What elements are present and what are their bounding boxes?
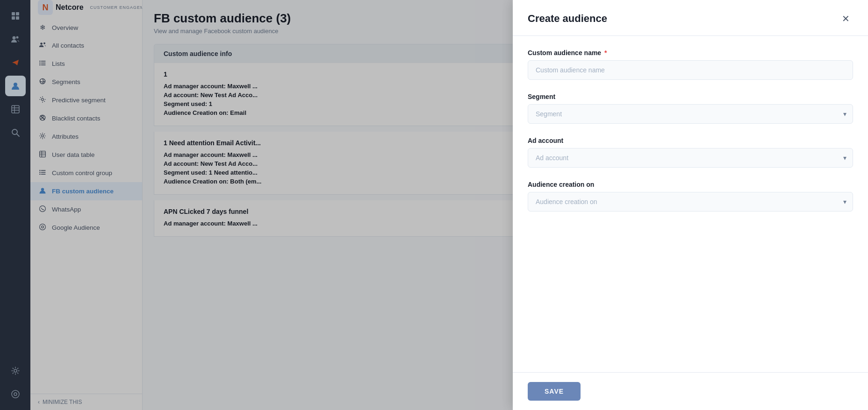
audience-creation-label-field: Audience creation on: [528, 181, 853, 188]
segment-label: Segment: [528, 93, 853, 100]
audience-creation-select-wrapper: Audience creation on ▾: [528, 192, 853, 212]
segment-group: Segment Segment ▾: [528, 93, 853, 124]
ad-account-select[interactable]: Ad account: [528, 148, 853, 168]
audience-name-label: Custom audience name *: [528, 49, 853, 57]
drawer-title: Create audience: [528, 13, 607, 25]
drawer-header: Create audience ✕: [513, 0, 868, 36]
drawer-close-button[interactable]: ✕: [838, 11, 853, 26]
audience-name-input[interactable]: [528, 60, 853, 80]
audience-name-group: Custom audience name *: [528, 49, 853, 80]
ad-account-group: Ad account Ad account ▾: [528, 137, 853, 168]
segment-select-wrapper: Segment ▾: [528, 104, 853, 124]
ad-account-select-wrapper: Ad account ▾: [528, 148, 853, 168]
drawer-body: Custom audience name * Segment Segment ▾…: [513, 36, 868, 372]
audience-creation-group: Audience creation on Audience creation o…: [528, 181, 853, 212]
save-button[interactable]: SAVE: [528, 382, 581, 401]
audience-creation-select[interactable]: Audience creation on: [528, 192, 853, 212]
create-audience-drawer: Create audience ✕ Custom audience name *…: [513, 0, 868, 410]
drawer-footer: SAVE: [513, 372, 868, 410]
close-icon: ✕: [842, 13, 850, 24]
segment-select[interactable]: Segment: [528, 104, 853, 124]
required-asterisk: *: [604, 49, 607, 57]
ad-account-label-field: Ad account: [528, 137, 853, 144]
